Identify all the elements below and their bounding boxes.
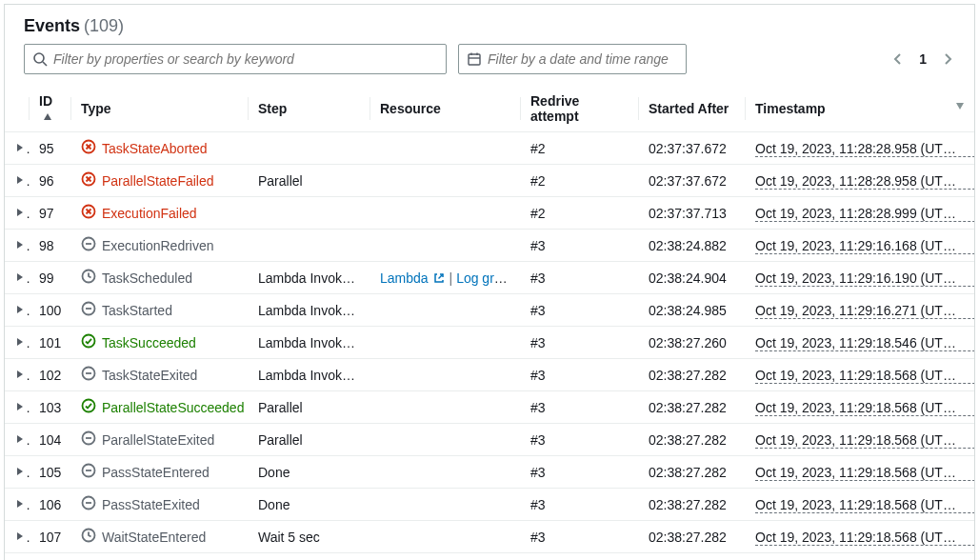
event-timestamp[interactable]: Oct 19, 2023, 11:29:18.568 (UTC-07:00): [755, 497, 974, 513]
expand-toggle[interactable]: [5, 553, 30, 561]
event-timestamp[interactable]: Oct 19, 2023, 11:29:16.271 (UTC-07:00): [755, 303, 974, 319]
svg-marker-35: [17, 403, 23, 410]
event-started: 02:37:37.713: [639, 197, 746, 230]
event-timestamp[interactable]: Oct 19, 2023, 11:28:28.958 (UTC-07:00): [755, 173, 974, 190]
event-timestamp[interactable]: Oct 19, 2023, 11:29:18.546 (UTC-07:00): [755, 335, 974, 351]
svg-marker-20: [17, 241, 23, 249]
panel-title: Events: [24, 16, 80, 35]
expand-toggle[interactable]: [5, 391, 30, 424]
event-id: 103: [30, 391, 71, 424]
status-icon: [81, 204, 96, 222]
event-started: 02:38:27.282: [639, 456, 746, 489]
event-step: Lambda Invoke (1): [249, 262, 370, 294]
expand-toggle[interactable]: [5, 489, 30, 521]
panel-header: Events (109): [5, 5, 974, 44]
table-row: 97ExecutionFailed#202:37:37.713Oct 19, 2…: [5, 197, 974, 230]
event-step: Lambda Invoke (1): [249, 327, 370, 359]
svg-marker-30: [17, 338, 23, 346]
status-icon: [81, 495, 96, 513]
event-redrive: #3: [521, 456, 639, 489]
text-filter[interactable]: [24, 44, 447, 74]
expand-toggle[interactable]: [5, 359, 30, 391]
table-row: 107WaitStateEnteredWait 5 sec#302:38:27.…: [5, 521, 974, 553]
expand-toggle[interactable]: [5, 132, 30, 165]
date-filter[interactable]: [458, 44, 687, 74]
event-resource: [370, 456, 521, 489]
table-row: 96ParallelStateFailedParallel#202:37:37.…: [5, 165, 974, 197]
event-type: WaitStateEntered: [102, 530, 206, 545]
expand-toggle[interactable]: [5, 230, 30, 262]
event-timestamp[interactable]: Oct 19, 2023, 11:29:16.168 (UTC-07:00): [755, 238, 974, 254]
event-resource: [370, 359, 521, 391]
event-timestamp[interactable]: Oct 19, 2023, 11:28:28.958 (UTC-07:00): [755, 141, 974, 157]
svg-point-0: [34, 53, 44, 63]
expand-toggle[interactable]: [5, 327, 30, 359]
event-id: 100: [30, 294, 71, 327]
svg-marker-32: [17, 370, 23, 378]
event-timestamp[interactable]: Oct 19, 2023, 11:28:28.999 (UTC-07:00): [755, 206, 974, 222]
event-resource: [370, 391, 521, 424]
status-icon: [81, 139, 96, 157]
col-step[interactable]: Step: [249, 86, 370, 132]
event-resource: [370, 294, 521, 327]
event-resource: [370, 327, 521, 359]
expand-toggle[interactable]: [5, 262, 30, 294]
table-row: 108WaitStateExitedWait 5 sec#302:38:32.3…: [5, 553, 974, 561]
event-timestamp[interactable]: Oct 19, 2023, 11:29:16.190 (UTC-07:00): [755, 270, 974, 287]
event-started: 02:38:27.282: [639, 391, 746, 424]
event-step: Lambda Invoke (1): [249, 294, 370, 327]
status-icon: [81, 430, 96, 449]
event-started: 02:38:27.260: [639, 327, 746, 359]
next-page-icon[interactable]: [940, 51, 955, 67]
table-row: 100TaskStartedLambda Invoke (1)#302:38:2…: [5, 294, 974, 327]
event-timestamp[interactable]: Oct 19, 2023, 11:29:18.568 (UTC-07:00): [755, 530, 974, 546]
col-started[interactable]: Started After: [639, 86, 746, 132]
expand-toggle[interactable]: [5, 294, 30, 327]
event-type: ParallelStateSucceeded: [102, 400, 244, 415]
svg-marker-43: [17, 500, 23, 508]
status-icon: [81, 463, 96, 481]
event-redrive: #3: [521, 489, 639, 521]
svg-marker-46: [17, 532, 23, 540]
event-id: 95: [30, 132, 71, 165]
col-expand: [5, 86, 30, 132]
event-timestamp[interactable]: Oct 19, 2023, 11:29:18.568 (UTC-07:00): [755, 368, 974, 384]
event-redrive: #2: [521, 165, 639, 197]
event-timestamp[interactable]: Oct 19, 2023, 11:29:18.568 (UTC-07:00): [755, 465, 974, 481]
table-row: 99TaskScheduledLambda Invoke (1)Lambda |…: [5, 262, 974, 294]
prev-page-icon[interactable]: [890, 51, 906, 67]
text-filter-input[interactable]: [53, 51, 438, 67]
event-step: Parallel: [249, 165, 370, 197]
event-timestamp[interactable]: Oct 19, 2023, 11:29:18.568 (UTC-07:00): [755, 432, 974, 449]
table-row: 95TaskStateAborted#202:37:37.672Oct 19, …: [5, 132, 974, 165]
col-type[interactable]: Type: [71, 86, 249, 132]
expand-toggle[interactable]: [5, 521, 30, 553]
table-row: 98ExecutionRedriven#302:38:24.882Oct 19,…: [5, 230, 974, 262]
col-id[interactable]: ID: [30, 86, 71, 132]
event-step: [249, 197, 370, 230]
event-step: Lambda Invoke (1): [249, 359, 370, 391]
event-type: TaskSucceeded: [102, 335, 196, 350]
resource-loggroup-link[interactable]: Log group: [456, 270, 521, 286]
table-row: 105PassStateEnteredDone#302:38:27.282Oct…: [5, 456, 974, 489]
expand-toggle[interactable]: [5, 424, 30, 456]
col-timestamp[interactable]: Timestamp: [746, 86, 974, 132]
search-icon: [32, 51, 48, 67]
status-icon: [81, 366, 96, 384]
svg-rect-2: [469, 54, 480, 65]
event-timestamp[interactable]: Oct 19, 2023, 11:29:18.568 (UTC-07:00): [755, 400, 974, 416]
resource-lambda-link[interactable]: Lambda: [380, 270, 445, 286]
expand-toggle[interactable]: [5, 165, 30, 197]
date-filter-input[interactable]: [488, 51, 678, 67]
event-resource: [370, 424, 521, 456]
event-step: Parallel: [249, 391, 370, 424]
event-started: 02:38:24.882: [639, 230, 746, 262]
col-resource[interactable]: Resource: [370, 86, 521, 132]
expand-toggle[interactable]: [5, 456, 30, 489]
event-started: 02:38:27.282: [639, 489, 746, 521]
svg-marker-16: [17, 209, 23, 216]
col-redrive[interactable]: Redrive attempt: [521, 86, 639, 132]
event-resource: Lambda |Log group: [370, 262, 521, 294]
expand-toggle[interactable]: [5, 197, 30, 230]
event-redrive: #3: [521, 359, 639, 391]
